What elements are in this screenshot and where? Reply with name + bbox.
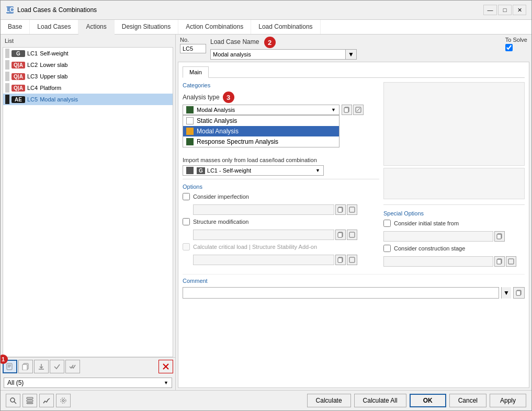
minimize-button[interactable]: — — [483, 5, 497, 15]
maximize-button[interactable]: □ — [498, 5, 512, 15]
check-all-button[interactable] — [65, 360, 80, 373]
comment-copy-btn[interactable] — [513, 287, 525, 299]
name-label: Load Case Name 2 — [210, 37, 357, 48]
all-dropdown[interactable]: All (5) ▼ — [4, 378, 172, 388]
calculate-button[interactable]: Calculate — [307, 394, 351, 407]
svg-rect-2 — [7, 363, 12, 370]
to-solve-label: To Solve — [505, 37, 527, 43]
analysis-type-dropdown[interactable]: Modal Analysis ▼ — [183, 105, 339, 115]
delete-button[interactable] — [159, 360, 173, 373]
to-solve-checkbox[interactable] — [505, 44, 513, 51]
ok-button[interactable]: OK — [410, 394, 446, 407]
critical-load-copy-btn[interactable] — [335, 255, 346, 265]
menu-bar: Base Load Cases Actions Design Situation… — [1, 20, 531, 35]
window-title: Load Cases & Combinations — [17, 6, 480, 14]
imperfection-input — [193, 204, 334, 215]
structure-mod-edit-btn[interactable] — [347, 230, 357, 240]
tab-base[interactable]: Base — [1, 20, 30, 34]
comment-section: Comment ▼ — [183, 274, 525, 299]
copy-item-button[interactable] — [18, 360, 33, 373]
comment-dropdown[interactable]: ▼ — [501, 287, 511, 299]
comment-row: ▼ — [183, 287, 525, 299]
option-construction-stage: Consider construction stage — [383, 245, 525, 252]
item-id: LC3 — [27, 73, 38, 79]
right-box-2 — [383, 168, 525, 199]
initial-state-copy-btn[interactable] — [494, 231, 505, 242]
svg-rect-18 — [349, 207, 355, 212]
list-item[interactable]: Q|A LC3 Upper slab — [3, 71, 173, 82]
structure-mod-checkbox[interactable] — [183, 218, 190, 225]
item-color — [5, 60, 9, 70]
imperfection-edit-btn[interactable] — [347, 204, 357, 215]
apply-button[interactable]: Apply — [490, 394, 526, 407]
item-label: Response Spectrum Analysis — [197, 138, 278, 145]
item-badge: Q|A — [12, 62, 25, 68]
calculate-all-button[interactable]: Calculate All — [354, 394, 406, 407]
construction-stage-copy-btn[interactable] — [494, 256, 505, 267]
svg-point-38 — [61, 398, 66, 403]
badge-3: 3 — [223, 92, 234, 103]
construction-stage-checkbox[interactable] — [383, 245, 391, 252]
close-button[interactable]: ✕ — [513, 5, 526, 15]
initial-state-label: Consider initial state from — [394, 220, 459, 226]
dropdown-item-modal[interactable]: Modal Analysis — [183, 126, 339, 136]
list-item[interactable]: Q|A LC2 Lower slab — [3, 59, 173, 71]
item-name: Upper slab — [40, 73, 67, 79]
svg-rect-13 — [344, 108, 348, 112]
critical-load-checkbox[interactable] — [183, 243, 190, 250]
item-id: LC2 — [27, 62, 38, 68]
item-id: LC4 — [27, 85, 38, 91]
tab-load-cases[interactable]: Load Cases — [30, 20, 78, 34]
svg-rect-36 — [27, 403, 33, 404]
structure-mod-label: Structure modification — [193, 219, 248, 225]
import-button[interactable] — [34, 360, 49, 373]
imperfection-copy-btn[interactable] — [335, 204, 346, 215]
structure-mod-copy-btn[interactable] — [335, 230, 346, 240]
to-solve-checkbox-row — [505, 44, 527, 51]
settings-icon-btn[interactable] — [56, 394, 71, 407]
import-masses-row: G LC1 - Self-weight ▼ — [183, 165, 379, 176]
check-button[interactable] — [50, 360, 64, 373]
item-badge: Q|A — [12, 85, 25, 92]
list-item[interactable]: Q|A LC4 Platform — [3, 82, 173, 94]
cancel-button[interactable]: Cancel — [449, 394, 486, 407]
construction-stage-edit-btn[interactable] — [506, 256, 516, 267]
name-field[interactable]: ▼ — [210, 49, 357, 60]
svg-line-33 — [14, 402, 16, 404]
construction-stage-label: Consider construction stage — [394, 245, 465, 252]
comment-input[interactable] — [183, 287, 499, 299]
analysis-type-label: Analysis type — [183, 94, 220, 101]
analysis-type-copy-btn[interactable] — [342, 105, 352, 115]
import-arrow: ▼ — [315, 168, 320, 173]
tab-main[interactable]: Main — [183, 66, 209, 78]
options-label: Options — [183, 184, 379, 190]
import-dropdown[interactable]: G LC1 - Self-weight ▼ — [183, 165, 324, 176]
all-arrow: ▼ — [164, 380, 168, 385]
imperfection-checkbox[interactable] — [183, 193, 190, 200]
list-item[interactable]: G LC1 Self-weight — [3, 48, 173, 59]
name-dropdown-arrow[interactable]: ▼ — [345, 50, 356, 59]
search-icon-btn[interactable] — [6, 394, 20, 407]
dropdown-item-response[interactable]: Response Spectrum Analysis — [183, 136, 339, 147]
dropdown-item-static[interactable]: Static Analysis — [183, 116, 339, 126]
tab-load-combinations[interactable]: Load Combinations — [251, 20, 320, 34]
analysis-type-edit-btn[interactable] — [353, 105, 364, 115]
list-item-selected[interactable]: AE LC5 Modal analysis — [3, 94, 173, 105]
graph-icon-btn[interactable] — [39, 394, 54, 407]
main-content: Main Categories Analysis type 3 — [178, 62, 529, 388]
data-icon-btn[interactable] — [22, 394, 37, 407]
analysis-type-label-row: Analysis type 3 — [183, 92, 379, 103]
list-area: G LC1 Self-weight Q|A LC2 Lower slab Q|A… — [3, 47, 173, 357]
tab-action-combinations[interactable]: Action Combinations — [178, 20, 251, 34]
initial-state-checkbox[interactable] — [383, 220, 391, 227]
tab-actions[interactable]: Actions — [78, 20, 114, 35]
name-field-group: Load Case Name 2 ▼ — [210, 37, 357, 60]
option-initial-state: Consider initial state from — [383, 220, 525, 227]
item-color — [5, 95, 9, 104]
svg-rect-20 — [338, 233, 342, 237]
svg-rect-34 — [27, 397, 33, 399]
tab-design-situations[interactable]: Design Situations — [115, 20, 178, 34]
name-input[interactable] — [211, 50, 345, 59]
critical-load-edit-btn[interactable] — [347, 255, 357, 265]
item-name: Platform — [40, 85, 61, 91]
